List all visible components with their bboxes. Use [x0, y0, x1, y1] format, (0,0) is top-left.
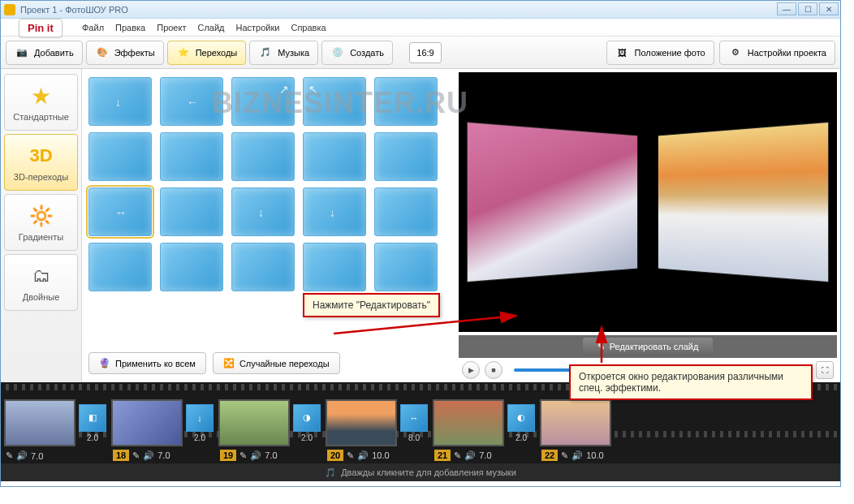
transition-thumb[interactable] — [88, 132, 152, 181]
timeline-transition[interactable]: ↓ — [186, 404, 214, 432]
star-icon: ⭐ — [176, 45, 191, 60]
timeline-thumb[interactable]: 18✎🔊7.0 — [111, 399, 183, 446]
edit-slide-label: Редактировать слайд — [610, 342, 699, 351]
sound-icon[interactable]: 🔊 — [250, 450, 261, 461]
transition-duration: 2.0 — [194, 433, 205, 442]
apply-all-button[interactable]: 🔮Применить ко всем — [88, 352, 206, 374]
app-icon — [4, 4, 15, 15]
maximize-button[interactable]: ☐ — [798, 2, 817, 15]
frame-number: 20 — [327, 450, 343, 461]
tab-music[interactable]: 🎵Музыка — [249, 41, 318, 65]
transition-thumb[interactable] — [303, 132, 366, 181]
edit-icon[interactable]: ✎ — [239, 450, 247, 461]
preview-slide-left — [467, 122, 638, 282]
transition-thumb[interactable] — [374, 77, 438, 126]
tab-effects[interactable]: 🎨Эффекты — [86, 41, 164, 65]
play-button[interactable]: ▶ — [462, 361, 480, 379]
project-settings-button[interactable]: ⚙Настройки проекта — [719, 41, 835, 65]
menu-project[interactable]: Проект — [157, 23, 186, 32]
gear-icon: ⚙ — [728, 45, 743, 60]
pinit-button[interactable]: Pin it — [19, 19, 63, 37]
timeline-thumb[interactable]: 21✎🔊7.0 — [433, 399, 504, 446]
transition-thumb[interactable] — [303, 243, 366, 291]
aspect-ratio[interactable]: 16:9 — [409, 42, 442, 63]
music-add-icon: 🎵 — [325, 467, 336, 478]
timeline-item[interactable]: 21✎🔊7.0 ◐2.0 — [433, 399, 535, 446]
photo-position-button[interactable]: 🖼Положение фото — [606, 41, 714, 65]
menu-slide[interactable]: Слайд — [197, 23, 224, 32]
timeline-thumb[interactable]: 19✎🔊7.0 — [218, 399, 290, 446]
transition-thumb[interactable]: ↓ — [231, 187, 295, 236]
edit-icon[interactable]: ✎ — [6, 450, 13, 461]
menu-edit[interactable]: Правка — [115, 23, 145, 32]
sidebar-double[interactable]: 🗂Двойные — [4, 254, 78, 311]
menu-settings[interactable]: Настройки — [236, 23, 280, 32]
titlebar: Проект 1 - ФотоШОУ PRO — ☐ ✕ — [1, 1, 840, 19]
edit-icon[interactable]: ✎ — [561, 450, 568, 461]
sidebar-gradients[interactable]: 🔆Градиенты — [4, 194, 78, 251]
transition-thumb[interactable]: ↗ — [231, 77, 295, 126]
transition-thumb[interactable] — [160, 132, 223, 181]
minimize-button[interactable]: — — [777, 2, 796, 15]
edit-icon[interactable]: ✎ — [132, 450, 140, 461]
sidebar-3d[interactable]: 3D3D-переходы — [4, 134, 78, 191]
tab-transitions[interactable]: ⭐Переходы — [167, 41, 247, 65]
timeline-transition[interactable]: ◐ — [507, 404, 535, 432]
transition-duration: 2.0 — [301, 433, 313, 442]
timeline-item[interactable]: 18✎🔊7.0 ↓2.0 — [111, 399, 214, 446]
timeline-item[interactable]: 22✎🔊10.0 — [540, 399, 611, 446]
photo-position-label: Положение фото — [635, 48, 705, 58]
transition-thumb[interactable]: ↖ — [303, 77, 366, 126]
sidebar-3d-label: 3D-переходы — [14, 172, 68, 182]
sound-icon[interactable]: 🔊 — [571, 450, 583, 461]
transition-thumb[interactable] — [374, 187, 438, 236]
menubar: Файл Правка Проект Слайд Настройки Справ… — [1, 19, 840, 37]
sound-icon[interactable]: 🔊 — [357, 450, 369, 461]
transition-thumb[interactable] — [374, 132, 438, 181]
random-transitions-button[interactable]: 🔀Случайные переходы — [213, 352, 340, 374]
duration: 10.0 — [586, 450, 603, 460]
close-button[interactable]: ✕ — [819, 2, 839, 15]
timeline-item[interactable]: 20✎🔊10.0 ↔8.0 — [326, 399, 428, 446]
tab-transitions-label: Переходы — [196, 48, 238, 58]
menu-help[interactable]: Справка — [291, 23, 326, 32]
timeline-item[interactable]: 19✎🔊7.0 ◑2.0 — [218, 399, 321, 446]
music-icon: 🎵 — [258, 45, 273, 60]
timeline-transition[interactable]: ↔ — [400, 404, 428, 432]
transition-thumb[interactable]: ↓ — [303, 187, 366, 236]
tab-add[interactable]: 📷Добавить — [6, 41, 83, 65]
transition-thumb-selected[interactable]: ↔ — [88, 187, 152, 236]
timeline-transition[interactable]: ◧ — [79, 404, 106, 432]
edit-icon[interactable]: ✎ — [347, 450, 354, 461]
music-track[interactable]: 🎵 Дважды кликните для добавления музыки — [1, 463, 840, 481]
timeline-thumb[interactable]: ✎🔊7.0 — [4, 399, 75, 446]
transition-thumb[interactable] — [160, 243, 223, 291]
callout-edit: Нажмите "Редактировать" — [303, 293, 440, 317]
transition-thumb[interactable]: ← — [160, 77, 223, 126]
transition-thumb[interactable]: ↓ — [88, 77, 152, 126]
edit-slide-button[interactable]: ✎Редактировать слайд — [583, 338, 714, 356]
three-d-icon: 3D — [27, 143, 56, 169]
sound-icon[interactable]: 🔊 — [143, 450, 154, 461]
transition-thumb[interactable] — [231, 132, 295, 181]
camera-icon: 📷 — [15, 45, 29, 60]
transition-thumb[interactable] — [160, 187, 223, 236]
fullscreen-button[interactable]: ⛶ — [816, 361, 834, 379]
transition-duration: 8.0 — [408, 433, 420, 442]
stop-button[interactable]: ■ — [485, 361, 502, 379]
project-settings-label: Настройки проекта — [748, 48, 826, 58]
transition-thumb[interactable] — [374, 243, 438, 291]
edit-icon[interactable]: ✎ — [454, 450, 461, 461]
timeline-thumb[interactable]: 22✎🔊10.0 — [540, 399, 611, 446]
timeline-item[interactable]: ✎🔊7.0 ◧2.0 — [4, 399, 106, 446]
tab-create[interactable]: 💿Создать — [321, 41, 393, 65]
menu-file[interactable]: Файл — [82, 23, 104, 32]
double-icon: 🗂 — [27, 263, 56, 289]
timeline-transition[interactable]: ◑ — [293, 404, 321, 432]
transition-thumb[interactable] — [88, 243, 152, 291]
transition-thumb[interactable] — [231, 243, 295, 291]
sidebar-standard[interactable]: ★Стандартные — [4, 74, 78, 131]
timeline-thumb[interactable]: 20✎🔊10.0 — [326, 399, 397, 446]
sound-icon[interactable]: 🔊 — [16, 450, 28, 461]
sound-icon[interactable]: 🔊 — [464, 450, 476, 461]
